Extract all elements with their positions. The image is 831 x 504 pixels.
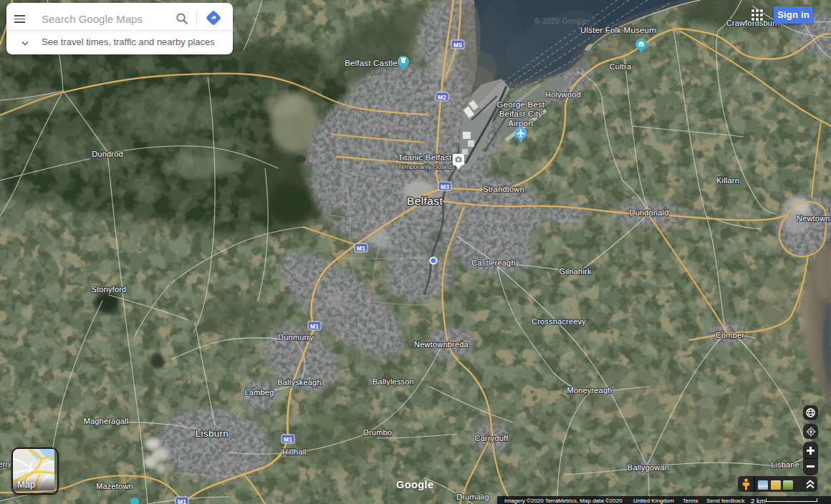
svg-text:Drumalig: Drumalig xyxy=(456,493,489,501)
svg-text:Comber: Comber xyxy=(716,331,744,339)
svg-text:M1: M1 xyxy=(310,323,319,330)
svg-text:Ballygowan: Ballygowan xyxy=(628,463,669,472)
svg-text:Holywood: Holywood xyxy=(545,90,581,99)
svg-text:M1: M1 xyxy=(357,245,365,252)
svg-text:Killarn: Killarn xyxy=(716,176,739,185)
svg-text:Castlereagh: Castlereagh xyxy=(471,258,516,267)
svg-text:M3: M3 xyxy=(441,183,449,190)
svg-text:Airport: Airport xyxy=(508,119,534,127)
svg-text:Drumbo: Drumbo xyxy=(363,428,392,437)
svg-text:M5: M5 xyxy=(453,42,462,49)
svg-text:Titanic Belfast: Titanic Belfast xyxy=(398,153,452,162)
svg-text:© 2020 Google: © 2020 Google xyxy=(534,17,587,25)
svg-text:Ballylesson: Ballylesson xyxy=(373,377,414,386)
svg-text:Gilnahirk: Gilnahirk xyxy=(559,267,592,276)
svg-text:Cultra: Cultra xyxy=(610,62,632,71)
svg-text:Newtowna: Newtowna xyxy=(797,214,831,223)
svg-text:Newtownbreda: Newtownbreda xyxy=(414,340,469,349)
svg-text:Belfast Castle: Belfast Castle xyxy=(345,59,398,67)
svg-text:Stonyford: Stonyford xyxy=(92,285,127,294)
svg-text:Dundonald: Dundonald xyxy=(629,208,668,217)
svg-text:Moneyreagh: Moneyreagh xyxy=(567,386,612,394)
svg-text:Lisbane: Lisbane xyxy=(771,460,799,469)
svg-text:Lisburn: Lisburn xyxy=(196,428,229,439)
svg-text:Ulster Folk Museum: Ulster Folk Museum xyxy=(580,26,656,34)
svg-text:Mazetown: Mazetown xyxy=(96,482,133,490)
svg-text:Crossnacreevy: Crossnacreevy xyxy=(532,317,586,326)
svg-text:Magheragall: Magheragall xyxy=(84,417,129,425)
svg-text:George Best: George Best xyxy=(497,100,545,109)
svg-text:M2: M2 xyxy=(438,94,446,101)
svg-text:Temporarily closed: Temporarily closed xyxy=(398,163,451,170)
svg-text:Ballyskeagh: Ballyskeagh xyxy=(277,378,322,387)
svg-text:Dundrod: Dundrod xyxy=(92,150,123,158)
svg-text:Dunmurry: Dunmurry xyxy=(278,333,314,341)
svg-text:M1: M1 xyxy=(284,436,292,443)
svg-text:Belfast: Belfast xyxy=(407,195,443,207)
svg-text:Hillhall: Hillhall xyxy=(282,447,307,456)
svg-text:Strandtown: Strandtown xyxy=(483,185,524,193)
svg-text:berry: berry xyxy=(0,460,11,468)
svg-text:M1: M1 xyxy=(178,498,186,504)
svg-text:Belfast City: Belfast City xyxy=(499,110,543,118)
svg-text:Carryduff: Carryduff xyxy=(475,434,509,442)
svg-text:Lambeg: Lambeg xyxy=(245,388,274,397)
